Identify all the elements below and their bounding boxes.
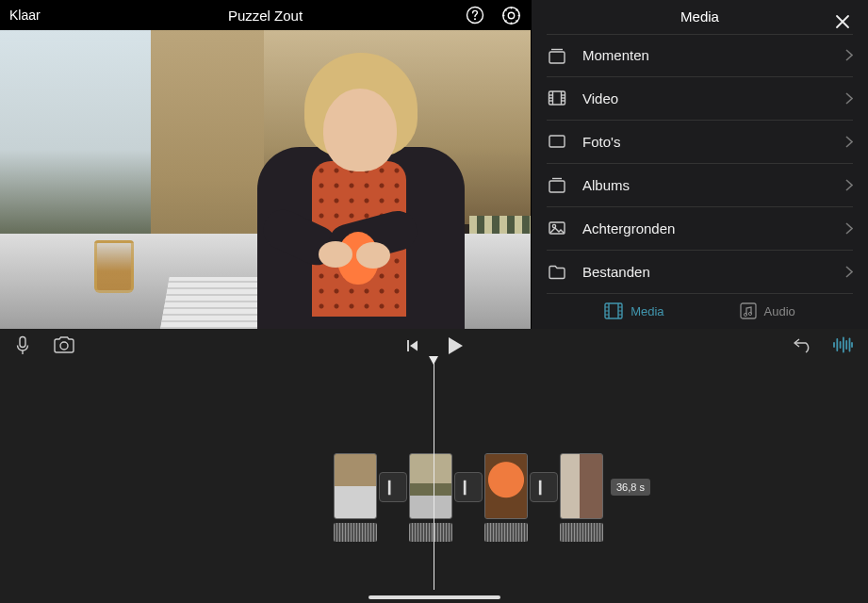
media-item-label: Foto's: [582, 134, 845, 150]
preview-panel: Klaar Puzzel Zout: [0, 0, 531, 329]
audio-waveform: [484, 523, 528, 542]
project-title: Puzzel Zout: [0, 8, 531, 24]
tab-audio-label: Audio: [764, 304, 795, 318]
waveform-toggle-icon[interactable]: [832, 336, 853, 353]
svg-rect-35: [741, 303, 756, 318]
stack-icon: [547, 45, 567, 66]
go-to-start-icon[interactable]: [405, 338, 420, 353]
preview-topbar: Klaar Puzzel Zout: [0, 0, 531, 30]
audio-waveform: [409, 523, 452, 542]
voiceover-icon[interactable]: [15, 335, 30, 356]
tab-audio[interactable]: Audio: [740, 302, 795, 319]
media-item-video[interactable]: Video: [547, 77, 853, 121]
photo-icon: [547, 131, 567, 152]
clip-1[interactable]: [334, 453, 377, 542]
media-item-label: Albums: [582, 177, 845, 193]
media-item-label: Bestanden: [582, 264, 845, 280]
folder-icon: [547, 261, 567, 282]
svg-rect-12: [549, 52, 565, 63]
chevron-right-icon: [845, 49, 853, 61]
media-panel: Media Momenten Video Foto's: [531, 0, 868, 329]
svg-point-1: [474, 18, 476, 20]
tab-media[interactable]: Media: [604, 302, 663, 319]
undo-icon[interactable]: [793, 336, 813, 353]
tab-media-label: Media: [631, 304, 663, 318]
film-icon: [547, 88, 567, 108]
media-item-label: Momenten: [582, 47, 845, 63]
svg-point-36: [744, 314, 746, 317]
svg-point-40: [60, 342, 68, 350]
media-item-albums[interactable]: Albums: [547, 164, 853, 207]
svg-point-3: [508, 12, 514, 18]
video-preview[interactable]: [0, 30, 531, 329]
media-item-label: Achtergronden: [582, 220, 845, 236]
settings-icon[interactable]: [501, 6, 521, 25]
media-item-label: Video: [582, 90, 845, 106]
audio-waveform: [560, 523, 603, 542]
close-icon[interactable]: [834, 13, 851, 30]
media-panel-title: Media: [680, 8, 719, 24]
media-item-backgrounds[interactable]: Achtergronden: [547, 207, 853, 251]
timeline-track[interactable]: ▎ ▎ ▎ 36,8 s: [0, 363, 868, 603]
clip-3[interactable]: [484, 453, 528, 542]
help-icon[interactable]: [466, 6, 484, 24]
clip-2[interactable]: [409, 453, 452, 542]
svg-rect-38: [20, 337, 25, 348]
svg-rect-22: [549, 136, 565, 147]
media-item-moments[interactable]: Momenten: [547, 34, 853, 77]
chevron-right-icon: [845, 136, 853, 148]
duration-badge: 36,8 s: [611, 479, 650, 496]
transition-button[interactable]: ▎: [379, 472, 407, 502]
svg-point-37: [748, 313, 751, 316]
camera-icon[interactable]: [53, 335, 75, 356]
chevron-right-icon: [845, 266, 853, 278]
done-button[interactable]: Klaar: [9, 8, 41, 23]
image-icon: [547, 218, 567, 238]
svg-point-25: [552, 225, 555, 228]
home-indicator: [368, 595, 500, 599]
playhead[interactable]: [434, 363, 434, 590]
svg-rect-23: [549, 181, 565, 192]
chevron-right-icon: [845, 92, 853, 105]
timeline-panel: ▎ ▎ ▎ 36,8 s: [0, 329, 868, 603]
media-category-list: Momenten Video Foto's Albums Achtergrond: [532, 34, 868, 294]
audio-waveform: [334, 523, 377, 542]
chevron-right-icon: [845, 222, 853, 235]
media-item-files[interactable]: Bestanden: [547, 251, 853, 294]
play-icon[interactable]: [447, 336, 464, 355]
album-icon: [547, 174, 567, 195]
transition-button[interactable]: ▎: [530, 472, 558, 502]
chevron-right-icon: [845, 179, 853, 191]
transition-button[interactable]: ▎: [454, 472, 483, 502]
clip-4[interactable]: [560, 453, 603, 542]
media-item-photos[interactable]: Foto's: [547, 121, 853, 164]
